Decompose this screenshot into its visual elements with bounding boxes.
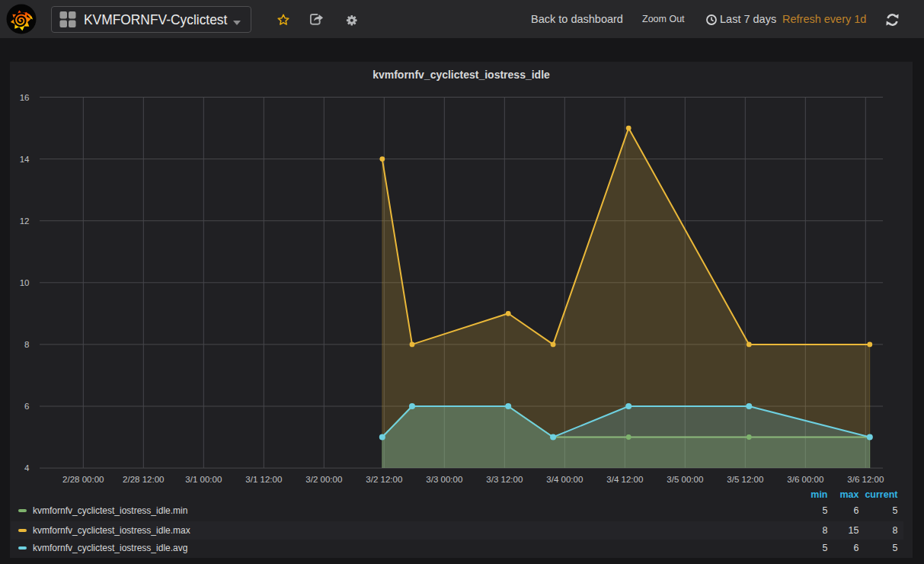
svg-text:6: 6 — [24, 402, 29, 411]
svg-text:3/2 00:00: 3/2 00:00 — [305, 475, 342, 484]
svg-text:12: 12 — [20, 216, 30, 226]
svg-text:16: 16 — [20, 93, 30, 102]
svg-text:3/3 00:00: 3/3 00:00 — [426, 475, 462, 484]
svg-text:3/1 12:00: 3/1 12:00 — [245, 475, 282, 484]
svg-text:3/6 00:00: 3/6 00:00 — [787, 475, 823, 484]
svg-text:3/3 12:00: 3/3 12:00 — [486, 475, 523, 484]
svg-text:3/4 12:00: 3/4 12:00 — [606, 475, 643, 484]
svg-text:3/2 12:00: 3/2 12:00 — [366, 475, 402, 484]
svg-text:10: 10 — [20, 278, 30, 287]
svg-text:8: 8 — [24, 340, 29, 349]
svg-text:3/4 00:00: 3/4 00:00 — [546, 475, 583, 484]
svg-text:3/6 12:00: 3/6 12:00 — [847, 475, 884, 484]
svg-text:4: 4 — [24, 463, 30, 473]
svg-text:3/5 12:00: 3/5 12:00 — [727, 475, 763, 484]
svg-text:2/28 12:00: 2/28 12:00 — [123, 475, 164, 484]
svg-text:14: 14 — [20, 155, 30, 164]
svg-text:3/1 00:00: 3/1 00:00 — [185, 475, 222, 484]
svg-text:2/28 00:00: 2/28 00:00 — [62, 475, 104, 484]
svg-text:3/5 00:00: 3/5 00:00 — [667, 475, 703, 484]
